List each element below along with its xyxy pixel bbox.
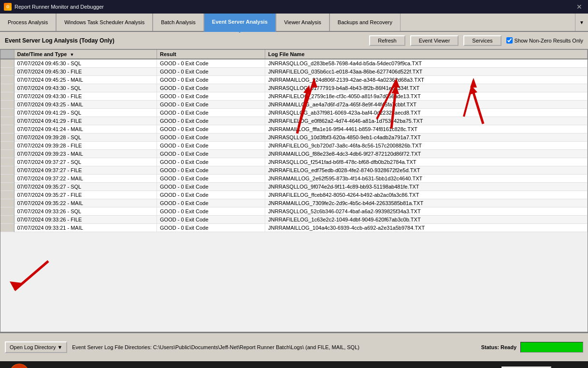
table-row[interactable]: 07/07/2024 09:41:29 - FILE GOOD - 0 Exit… [0, 117, 588, 125]
tab-event-server[interactable]: Event Server Analysis [204, 14, 276, 32]
cell-datetime-type: 07/07/2024 09:45:30 - FILE [14, 68, 157, 76]
tab-bar: Process Analysis Windows Task Scheduler … [0, 14, 588, 32]
tab-backups-recovery[interactable]: Backups and Recovery [330, 14, 401, 31]
show-nonzero-checkbox[interactable] [506, 37, 513, 44]
table-row[interactable]: 07/07/2024 09:45:30 - FILE GOOD - 0 Exit… [0, 68, 588, 76]
cell-logfile: JNRRASQLLOG_ab37f981-6069-423a-baf4-0d22… [265, 109, 588, 117]
row-number [0, 158, 14, 166]
title-bar-left: ⚙ Report Runner Monitor and Debugger [4, 3, 104, 11]
logo-icon: M2 [10, 364, 29, 368]
cell-datetime-type: 07/07/2024 09:45:25 - MAIL [14, 76, 157, 84]
cell-logfile: JNRRAMAILLOG_924d806f-2139-42ae-a348-4a0… [265, 76, 588, 84]
table-row[interactable]: 07/07/2024 09:35:27 - SQL GOOD - 0 Exit … [0, 183, 588, 191]
cell-logfile: JNRRASQLLOG_01777919-b4a8-4b43-8f2b-86f4… [265, 84, 588, 92]
cell-datetime-type: 07/07/2024 09:41:24 - MAIL [14, 125, 157, 133]
open-log-label: Open Log Directory [10, 344, 56, 350]
table-row[interactable]: 07/07/2024 09:35:27 - FILE GOOD - 0 Exit… [0, 191, 588, 199]
status-bar: Open Log Directory ▼ Event Server Log Fi… [0, 332, 588, 361]
table-row[interactable]: 07/07/2024 09:43:30 - SQL GOOD - 0 Exit … [0, 84, 588, 92]
table-row[interactable]: 07/07/2024 09:33:26 - FILE GOOD - 0 Exit… [0, 216, 588, 224]
event-viewer-button[interactable]: Event Viewer [410, 35, 459, 46]
cell-result: GOOD - 0 Exit Code [157, 109, 265, 117]
cell-result: GOOD - 0 Exit Code [157, 224, 265, 232]
row-number [0, 175, 14, 183]
table-row[interactable]: 07/07/2024 09:45:30 - SQL GOOD - 0 Exit … [0, 59, 588, 68]
table-row[interactable]: 07/07/2024 09:39:28 - FILE GOOD - 0 Exit… [0, 142, 588, 150]
tab-process-analysis[interactable]: Process Analysis [0, 14, 56, 31]
cell-result: GOOD - 0 Exit Code [157, 183, 265, 191]
row-number [0, 92, 14, 101]
show-nonzero-label: Show Non-Zero Results Only [515, 38, 583, 44]
row-number [0, 216, 14, 224]
row-number [0, 133, 14, 142]
table-row[interactable]: 07/07/2024 09:37:27 - SQL GOOD - 0 Exit … [0, 158, 588, 166]
cell-result: GOOD - 0 Exit Code [157, 92, 265, 101]
table-row[interactable]: 07/07/2024 09:35:22 - MAIL GOOD - 0 Exit… [0, 199, 588, 207]
tab-dropdown-button[interactable]: ▼ [575, 14, 588, 31]
cell-result: GOOD - 0 Exit Code [157, 59, 265, 68]
table-row[interactable]: 07/07/2024 09:41:29 - SQL GOOD - 0 Exit … [0, 109, 588, 117]
cell-datetime-type: 07/07/2024 09:43:25 - MAIL [14, 101, 157, 109]
footer-logo: M2 [10, 364, 29, 368]
close-window-button[interactable]: ✕ [574, 2, 584, 12]
row-number [0, 59, 14, 68]
log-table-container[interactable]: Date/Time and Type ▼ Result Log File Nam… [0, 49, 588, 332]
refresh-button[interactable]: Refresh [369, 35, 405, 46]
table-row[interactable]: 07/07/2024 09:37:22 - MAIL GOOD - 0 Exit… [0, 175, 588, 183]
cell-datetime-type: 07/07/2024 09:43:30 - SQL [14, 84, 157, 92]
row-number [0, 109, 14, 117]
row-number [0, 183, 14, 191]
section-title: Event Server Log Analysis (Today Only) [5, 37, 364, 44]
tab-viewer-analysis[interactable]: Viewer Analysis [276, 14, 330, 31]
tab-batch-analysis[interactable]: Batch Analysis [153, 14, 204, 31]
table-row[interactable]: 07/07/2024 09:43:30 - FILE GOOD - 0 Exit… [0, 92, 588, 101]
col-result[interactable]: Result [157, 50, 265, 59]
cell-result: GOOD - 0 Exit Code [157, 191, 265, 199]
cell-logfile: JNRRAFILELOG_e0f862a2-4d74-4646-a81a-1d7… [265, 117, 588, 125]
cell-logfile: JNRRAMAILLOG_7309fe2c-2d9c-4b5c-b4d4-226… [265, 199, 588, 207]
tab-backups-recovery-label: Backups and Recovery [338, 19, 392, 25]
col-logfile[interactable]: Log File Name [265, 50, 588, 59]
cell-datetime-type: 07/07/2024 09:43:30 - FILE [14, 92, 157, 101]
tab-viewer-analysis-label: Viewer Analysis [284, 19, 321, 25]
cell-logfile: JNRRASQLLOG_9f074e2d-9f11-4c89-bb93-5119… [265, 183, 588, 191]
open-log-directory-button[interactable]: Open Log Directory ▼ [5, 341, 67, 353]
table-row[interactable]: 07/07/2024 09:45:25 - MAIL GOOD - 0 Exit… [0, 76, 588, 84]
row-number [0, 150, 14, 158]
col-datetime-type[interactable]: Date/Time and Type ▼ [14, 50, 157, 59]
table-row[interactable]: 07/07/2024 09:39:28 - SQL GOOD - 0 Exit … [0, 133, 588, 142]
cell-datetime-type: 07/07/2024 09:41:29 - FILE [14, 117, 157, 125]
cell-result: GOOD - 0 Exit Code [157, 142, 265, 150]
cell-result: GOOD - 0 Exit Code [157, 84, 265, 92]
table-row[interactable]: 07/07/2024 09:37:27 - FILE GOOD - 0 Exit… [0, 166, 588, 175]
cell-logfile: JNRRAFILELOG_ffceb842-8050-4264-b492-ab2… [265, 191, 588, 199]
tab-event-server-label: Event Server Analysis [212, 19, 268, 25]
table-row[interactable]: 07/07/2024 09:39:23 - MAIL GOOD - 0 Exit… [0, 150, 588, 158]
show-nonzero-checkbox-label[interactable]: Show Non-Zero Results Only [506, 37, 583, 44]
svg-point-6 [10, 364, 29, 368]
col-row-num [0, 50, 14, 59]
cell-result: GOOD - 0 Exit Code [157, 133, 265, 142]
cell-result: GOOD - 0 Exit Code [157, 76, 265, 84]
table-row[interactable]: 07/07/2024 09:41:24 - MAIL GOOD - 0 Exit… [0, 125, 588, 133]
cell-datetime-type: 07/07/2024 09:37:27 - FILE [14, 166, 157, 175]
tab-process-analysis-label: Process Analysis [8, 19, 48, 25]
cell-result: GOOD - 0 Exit Code [157, 207, 265, 216]
col-logfile-label: Log File Name [268, 51, 304, 57]
cell-datetime-type: 07/07/2024 09:35:22 - MAIL [14, 199, 157, 207]
table-row[interactable]: 07/07/2024 09:33:26 - SQL GOOD - 0 Exit … [0, 207, 588, 216]
open-log-dropdown-icon: ▼ [57, 344, 62, 350]
cell-result: GOOD - 0 Exit Code [157, 68, 265, 76]
cell-datetime-type: 07/07/2024 09:39:28 - SQL [14, 133, 157, 142]
cell-logfile: JNRRAFILELOG_2759c18e-cf3c-4050-a81f-9a7… [265, 92, 588, 101]
col-datetime-label: Date/Time and Type [17, 51, 67, 57]
cell-datetime-type: 07/07/2024 09:33:26 - FILE [14, 216, 157, 224]
cell-logfile: JNRRAMAILLOG_104a4c30-6939-4ccb-a692-a2e… [265, 224, 588, 232]
cell-logfile: JNRRAFILELOG_9cb720d7-3a8c-46fa-8c56-157… [265, 142, 588, 150]
tab-windows-task[interactable]: Windows Task Scheduler Analysis [56, 14, 153, 31]
table-row[interactable]: 07/07/2024 09:43:25 - MAIL GOOD - 0 Exit… [0, 101, 588, 109]
services-button[interactable]: Services [463, 35, 501, 46]
table-row[interactable]: 07/07/2024 09:33:21 - MAIL GOOD - 0 Exit… [0, 224, 588, 232]
status-indicator [520, 342, 583, 353]
cell-result: GOOD - 0 Exit Code [157, 117, 265, 125]
